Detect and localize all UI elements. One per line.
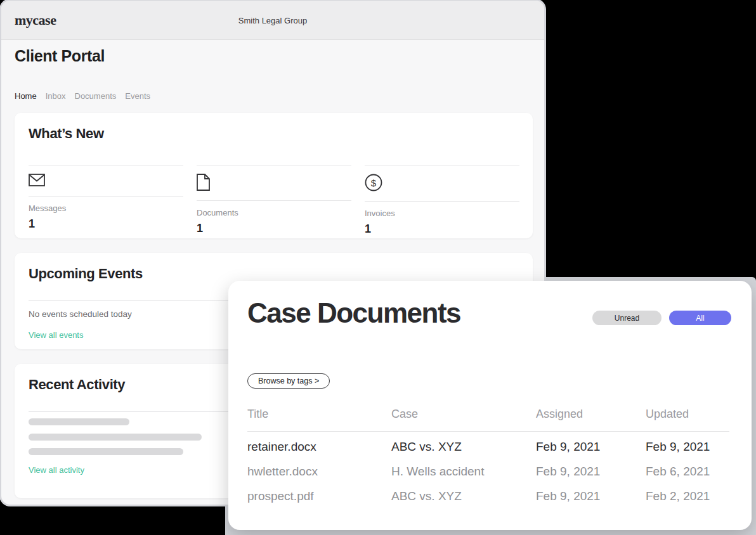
view-all-activity-link[interactable]: View all activity bbox=[29, 465, 84, 475]
cell-title: retainer.docx bbox=[247, 440, 391, 454]
nav-item-documents[interactable]: Documents bbox=[75, 91, 117, 101]
svg-text:$: $ bbox=[371, 177, 377, 188]
document-filters: Unread All bbox=[592, 311, 731, 325]
page-title: Client Portal bbox=[15, 47, 105, 65]
cell-case: H. Wells accident bbox=[391, 465, 536, 479]
activity-skeleton-bar bbox=[29, 434, 202, 441]
cell-assigned: Feb 9, 2021 bbox=[536, 489, 646, 503]
whats-new-card: What’s New Messages 1 bbox=[15, 113, 533, 238]
filter-unread-button[interactable]: Unread bbox=[592, 311, 662, 325]
stat-label-documents: Documents bbox=[197, 208, 351, 217]
document-icon bbox=[197, 174, 210, 191]
stat-value-documents: 1 bbox=[197, 222, 351, 235]
firm-name: Smith Legal Group bbox=[1, 16, 544, 25]
envelope-icon bbox=[29, 174, 45, 186]
cell-title: hwletter.docx bbox=[247, 465, 391, 479]
cell-case: ABC vs. XYZ bbox=[391, 440, 536, 454]
column-header-case: Case bbox=[391, 408, 536, 421]
activity-skeleton-bar bbox=[29, 448, 183, 455]
nav-item-inbox[interactable]: Inbox bbox=[46, 91, 66, 101]
nav-item-home[interactable]: Home bbox=[15, 91, 37, 101]
column-header-assigned: Assigned bbox=[536, 408, 646, 421]
stat-icon-box: $ bbox=[365, 165, 519, 202]
cell-assigned: Feb 9, 2021 bbox=[536, 465, 646, 479]
documents-table-header: Title Case Assigned Updated bbox=[247, 408, 729, 432]
table-row[interactable]: prospect.pdf ABC vs. XYZ Feb 9, 2021 Feb… bbox=[247, 484, 729, 508]
stat-invoices[interactable]: $ Invoices 1 bbox=[365, 165, 519, 236]
stat-value-invoices: 1 bbox=[365, 222, 519, 236]
activity-skeleton-bar bbox=[29, 418, 129, 425]
case-documents-title: Case Documents bbox=[247, 297, 460, 329]
stat-value-messages: 1 bbox=[29, 217, 183, 231]
table-row[interactable]: hwletter.docx H. Wells accident Feb 9, 2… bbox=[247, 459, 729, 484]
browse-by-tags-button[interactable]: Browse by tags > bbox=[247, 373, 330, 389]
cell-updated: Feb 2, 2021 bbox=[646, 489, 729, 503]
cell-updated: Feb 6, 2021 bbox=[646, 465, 729, 479]
cell-case: ABC vs. XYZ bbox=[391, 489, 536, 503]
column-header-updated: Updated bbox=[646, 408, 729, 421]
portal-nav: Home Inbox Documents Events bbox=[15, 91, 150, 101]
filter-all-button[interactable]: All bbox=[669, 311, 731, 325]
case-documents-card: Case Documents Unread All Browse by tags… bbox=[228, 281, 752, 530]
whats-new-title: What’s New bbox=[29, 126, 519, 142]
stat-icon-box bbox=[197, 165, 351, 201]
cell-updated: Feb 9, 2021 bbox=[646, 440, 729, 454]
column-header-title: Title bbox=[247, 408, 391, 421]
documents-table-body: retainer.docx ABC vs. XYZ Feb 9, 2021 Fe… bbox=[247, 434, 729, 508]
table-row[interactable]: retainer.docx ABC vs. XYZ Feb 9, 2021 Fe… bbox=[247, 434, 729, 459]
stat-documents[interactable]: Documents 1 bbox=[197, 165, 351, 236]
dollar-icon: $ bbox=[365, 174, 382, 191]
cell-assigned: Feb 9, 2021 bbox=[536, 440, 646, 454]
nav-item-events[interactable]: Events bbox=[125, 91, 150, 101]
upcoming-events-title: Upcoming Events bbox=[29, 266, 519, 282]
stat-label-invoices: Invoices bbox=[365, 209, 519, 218]
stat-label-messages: Messages bbox=[29, 203, 183, 213]
whats-new-stats: Messages 1 Documents 1 $ bbox=[29, 165, 519, 236]
documents-table: Title Case Assigned Updated retainer.doc… bbox=[247, 408, 729, 508]
stat-messages[interactable]: Messages 1 bbox=[29, 165, 183, 236]
portal-header: mycase Smith Legal Group bbox=[1, 1, 544, 40]
view-all-events-link[interactable]: View all events bbox=[29, 330, 83, 340]
stat-icon-box bbox=[29, 165, 183, 197]
cell-title: prospect.pdf bbox=[247, 489, 391, 503]
